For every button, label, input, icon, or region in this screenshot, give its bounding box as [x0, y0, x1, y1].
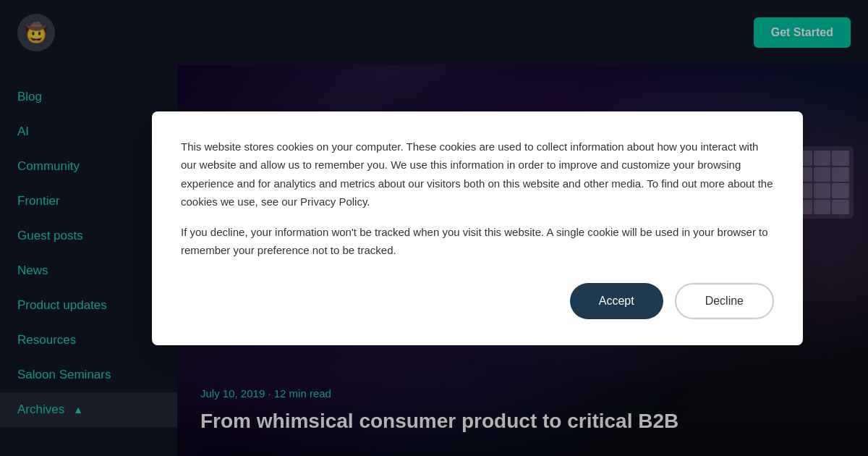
cookie-modal: This website stores cookies on your comp… — [152, 111, 803, 345]
cookie-overlay: This website stores cookies on your comp… — [0, 0, 868, 456]
cookie-text-secondary: If you decline, your information won't b… — [181, 223, 774, 260]
accept-button[interactable]: Accept — [570, 283, 663, 319]
cookie-text-primary: This website stores cookies on your comp… — [181, 138, 774, 211]
cookie-buttons: Accept Decline — [181, 283, 774, 319]
decline-button[interactable]: Decline — [675, 283, 774, 319]
